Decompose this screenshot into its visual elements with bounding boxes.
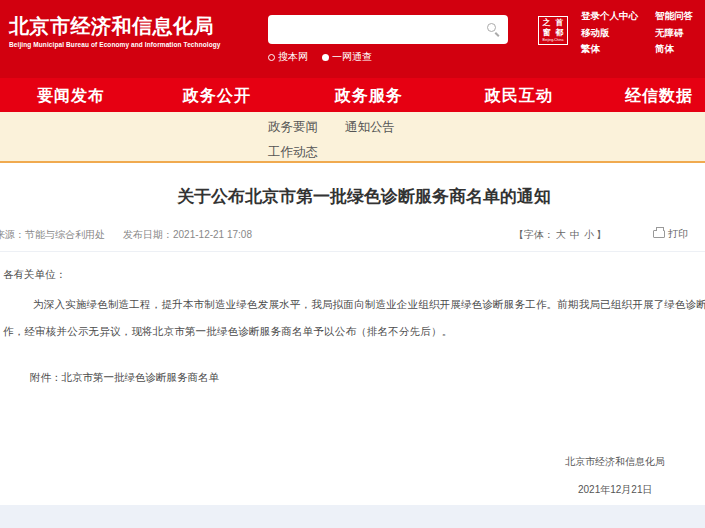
search-scope-options: 搜本网 一网通查	[268, 50, 380, 64]
scope-option-label: 一网通查	[332, 50, 372, 64]
source-label: 来源：	[0, 229, 25, 240]
scope-option-network[interactable]: 一网通查	[322, 50, 372, 64]
footer-band	[0, 505, 705, 528]
site-logo-subtitle: Beijing Municipal Bureau of Economy and …	[9, 41, 221, 48]
font-size-widget: 【字体：大中小】	[514, 228, 606, 242]
link-smart-qa[interactable]: 智能问答	[655, 8, 693, 25]
search-icon[interactable]	[487, 23, 496, 32]
nav-item-gov-services[interactable]: 政务服务	[335, 86, 403, 107]
attachment-row: 附件：北京市第一批绿色诊断服务商名单	[30, 371, 219, 385]
link-simplified-chinese[interactable]: 简体	[655, 41, 693, 58]
capital-window-logo[interactable]: 之 首 窗 都 Beijing-China	[538, 16, 568, 45]
radio-ring-icon	[268, 54, 275, 61]
seal-char: 之	[540, 18, 553, 28]
printer-icon	[653, 230, 665, 238]
quick-links-column-2: 智能问答 无障碍 简体	[655, 8, 693, 58]
seal-char: 都	[553, 28, 566, 38]
scope-option-site[interactable]: 搜本网	[268, 50, 308, 64]
article-body-line: 作，经审核并公示无异议，现将北京市第一批绿色诊断服务商名单予以公布（排名不分先后…	[3, 325, 452, 339]
link-login-personal-center[interactable]: 登录个人中心	[581, 8, 638, 25]
scope-option-label: 搜本网	[278, 50, 308, 64]
article-title: 关于公布北京市第一批绿色诊断服务商名单的通知	[177, 185, 551, 208]
article-date: 发布日期：2021-12-21 17:08	[123, 228, 252, 242]
site-header: 北京市经济和信息化局 Beijing Municipal Bureau of E…	[0, 0, 705, 78]
capital-window-seal-icon: 之 首 窗 都	[540, 18, 566, 38]
font-size-large-button[interactable]: 大	[556, 229, 566, 240]
nav-item-news-release[interactable]: 要闻发布	[37, 86, 105, 107]
article-content: 关于公布北京市第一批绿色诊断服务商名单的通知 来源：节能与综合利用处 发布日期：…	[0, 165, 705, 505]
print-label: 打印	[668, 228, 688, 239]
seal-caption: Beijing-China	[540, 38, 566, 43]
article-source: 来源：节能与综合利用处	[0, 228, 105, 242]
nav-dropdown: 政务要闻 通知公告 工作动态	[0, 112, 705, 163]
font-widget-open: 【字体：	[514, 229, 554, 240]
search-box	[268, 15, 508, 44]
seal-char: 窗	[540, 28, 553, 38]
seal-char: 首	[553, 18, 566, 28]
nav-item-gov-disclosure[interactable]: 政务公开	[183, 86, 251, 107]
article-body-line: 为深入实施绿色制造工程，提升本市制造业绿色发展水平，我局拟面向制造业企业组织开展…	[33, 298, 705, 312]
meta-divider	[0, 251, 705, 252]
font-size-medium-button[interactable]: 中	[570, 229, 580, 240]
main-nav: 要闻发布 政务公开 政务服务 政民互动 经信数据	[0, 78, 705, 112]
site-logo-title: 北京市经济和信息化局	[9, 13, 214, 40]
source-value: 节能与综合利用处	[25, 229, 105, 240]
font-size-small-button[interactable]: 小	[584, 229, 594, 240]
date-value: 2021-12-21 17:08	[173, 229, 252, 240]
submenu-item-work-updates[interactable]: 工作动态	[268, 144, 318, 161]
print-button[interactable]: 打印	[653, 227, 688, 241]
date-label: 发布日期：	[123, 229, 173, 240]
signature-org: 北京市经济和信息化局	[565, 455, 665, 469]
radio-dot-icon	[322, 54, 329, 61]
page: 北京市经济和信息化局 Beijing Municipal Bureau of E…	[0, 0, 705, 528]
search-input[interactable]	[276, 17, 486, 41]
nav-item-public-interaction[interactable]: 政民互动	[485, 86, 553, 107]
nav-item-economic-data[interactable]: 经信数据	[625, 86, 693, 107]
article-salutation: 各有关单位：	[3, 268, 66, 282]
submenu-item-gov-news[interactable]: 政务要闻	[268, 119, 318, 136]
signature-date: 2021年12月21日	[578, 483, 653, 497]
link-traditional-chinese[interactable]: 繁体	[581, 41, 638, 58]
link-mobile-version[interactable]: 移动版	[581, 25, 638, 42]
submenu-item-notices[interactable]: 通知公告	[345, 119, 395, 136]
article-meta: 来源：节能与综合利用处 发布日期：2021-12-21 17:08 【字体：大中…	[0, 228, 705, 242]
attachment-link[interactable]: 北京市第一批绿色诊断服务商名单	[62, 371, 220, 383]
attachment-label: 附件：	[30, 371, 62, 383]
link-accessibility[interactable]: 无障碍	[655, 25, 693, 42]
font-widget-close: 】	[596, 229, 606, 240]
quick-links-column-1: 登录个人中心 移动版 繁体	[581, 8, 638, 58]
